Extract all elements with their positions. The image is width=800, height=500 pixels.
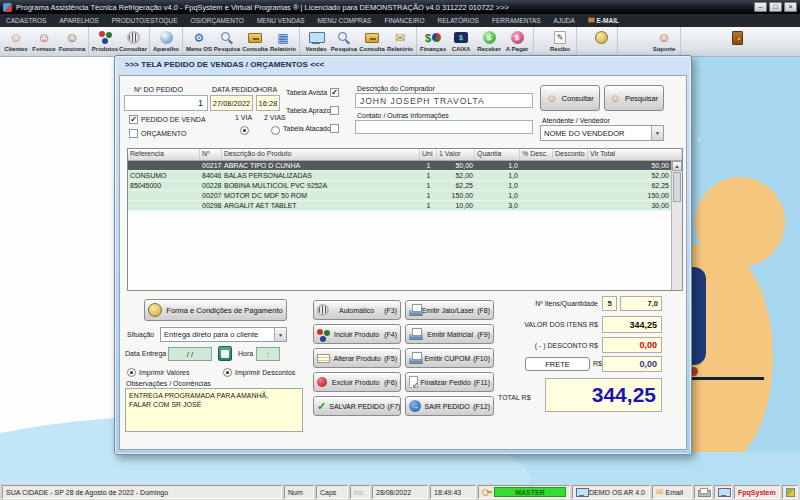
menu-email[interactable]: ✉ E-MAIL [588,17,619,25]
imprimir-descontos-radio[interactable]: Imprimir Descontos [223,368,295,377]
frete-button[interactable]: FRETE [525,357,590,371]
menu-vendas[interactable]: MENU VENDAS [257,17,305,24]
toolbar-produtos[interactable]: Produtos [91,28,119,55]
toolbar-a-pagar[interactable]: $A Pagar [503,28,531,55]
minimize-button[interactable]: – [754,2,767,12]
order-date-field[interactable]: 27/08/2022 [210,95,253,111]
buyer-input[interactable]: JOHN JOSEPH TRAVOLTA [355,93,533,108]
column-header[interactable]: 1 Valor [437,149,475,160]
tabela-atacado-checkbox[interactable]: Tabela Atacado [283,124,339,133]
finalizar-pedido-button[interactable]: Finalizar Pedido(F11) [405,372,494,392]
table-row[interactable]: 002981ARGALIT AET TABLET110,003,030,00 [128,201,682,211]
pesquisar-button[interactable]: ☺ Pesquisar [604,85,664,111]
situacao-dropdown[interactable]: Entrega direto para o cliente ▼ [160,327,287,342]
column-header[interactable]: Referencia [128,149,200,160]
menu-cadastros[interactable]: CADASTROS [6,17,46,24]
menu-compras[interactable]: MENU COMPRAS [318,17,372,24]
toolbar-recibo[interactable]: ✎Recibo [546,28,574,55]
automatico-button[interactable]: Automático(F3) [313,300,401,320]
toolbar-group-recibo: ✎Recibo [544,27,577,56]
column-header[interactable]: Quantia [475,149,520,160]
tabela-aprazo-checkbox[interactable]: Tabela Aprazo [286,106,339,115]
toolbar-consulta-vendas[interactable]: Consulta [358,28,386,55]
column-header[interactable]: Uni [420,149,437,160]
receivable-icon: $ [483,31,496,44]
table-row[interactable]: 85045000002287BOBINA MULTICOIL PVC 9252A… [128,181,682,191]
frete-field[interactable]: 0,00 [602,356,662,372]
orcamento-checkbox[interactable]: ORÇAMENTO [129,129,186,138]
menu-financeiro[interactable]: FINANCEIRO [384,17,424,24]
menu-ajuda[interactable]: AJUDA [554,17,575,24]
scroll-up-icon[interactable]: ▲ [672,161,682,171]
toolbar-relatorio-vendas[interactable]: ✉Relatório [386,28,414,55]
consultar-button[interactable]: ☺ Consultar [540,85,600,111]
order-time-field[interactable]: 16:28 [256,95,280,111]
via1-radio[interactable] [240,126,249,135]
table-row-selected[interactable]: 002174ABRAC TIPO D CUNHA150,001,050,00 [128,161,682,171]
alterar-produto-button[interactable]: Alterar Produto(F5) [313,348,401,368]
sair-pedido-button[interactable]: →SAIR PEDIDO(F12) [405,396,494,416]
toolbar-relatorio-os[interactable]: ▦Relatório [269,28,297,55]
observacoes-textarea[interactable]: ENTREGA PROGRAMADA PARA AMANHÃ, FALAR CO… [125,388,303,432]
checkbox-unchecked [330,124,339,133]
toolbar-consultar-produto[interactable]: Consultar [119,28,147,55]
vendor-dropdown[interactable]: NOME DO VENDEDOR ▼ [540,125,664,141]
incluir-produto-button[interactable]: Incluir Produto(F4) [313,324,401,344]
toolbar-aparelho[interactable]: Aparelho [152,28,180,55]
tabela-avista-checkbox[interactable]: Tabela Avista ✓ [286,88,339,97]
status-email-button[interactable]: ✉ Email [652,485,692,499]
column-header[interactable]: Desconto [553,149,588,160]
menu-relatorios[interactable]: RELATÓRIOS [438,17,479,24]
salvar-pedido-button[interactable]: ✓SALVAR PEDIDO(F7) [313,396,401,416]
toolbar-caixa[interactable]: $CAIXA [447,28,475,55]
toolbar-fornecedores[interactable]: ☺Fornece [30,28,58,55]
close-button[interactable]: × [784,2,797,12]
menu-os-orcamento[interactable]: OS/ORÇAMENTO [191,17,244,24]
table-row[interactable]: CONSUMO840467BALAS PERSONALIZADAS152,001… [128,171,682,181]
table-row[interactable]: 002073MOTOR DC MDF 50 ROM1150,001,0150,0… [128,191,682,201]
toolbar-group-cadastros: ☺Clientes ☺Fornece ☺Funciona [0,27,89,56]
table-scrollbar[interactable]: ▲ [671,161,682,290]
restore-button[interactable]: □ [769,2,782,12]
pedido-venda-checkbox[interactable]: ✓ PEDIDO DE VENDA [129,115,206,124]
toolbar-pesquisa-vendas[interactable]: Pesquisa [330,28,358,55]
emitir-cupom-button[interactable]: Emitir CUPOM(F10) [405,348,494,368]
via2-radio[interactable] [271,126,280,135]
toolbar-moeda[interactable] [587,28,615,55]
pie-chart-icon [432,33,441,42]
menu-ferramentas[interactable]: FERRAMENTAS [492,17,541,24]
toolbar-pesquisa-os[interactable]: Pesquisa [213,28,241,55]
email-icon: ✉ [656,487,664,497]
order-number-field[interactable]: 1 [124,95,208,111]
toolbar-clientes[interactable]: ☺Clientes [2,28,30,55]
column-header[interactable]: Descrição do Produto [222,149,420,160]
toolbar-funcionarios[interactable]: ☺Funciona [58,28,86,55]
status-computer[interactable] [714,485,732,499]
payment-conditions-button[interactable]: Forma e Condições de Pagamento [144,299,287,321]
dialog-client-area: Nº DO PEDIDO 1 DATA PEDIDO 27/08/2022 HO… [119,75,687,450]
excluir-produto-button[interactable]: Excluir Produto(F6) [313,372,401,392]
menu-aparelhos[interactable]: APARELHOS [59,17,98,24]
toolbar-financas[interactable]: $Finanças [419,28,447,55]
imprimir-valores-radio[interactable]: Imprimir Valores [127,368,189,377]
toolbar-vendas[interactable]: Vendas [302,28,330,55]
calendar-button[interactable] [218,346,232,361]
toolbar-receber[interactable]: $Receber [475,28,503,55]
toolbar-menu-os[interactable]: ⚙Menu OS [185,28,213,55]
column-header[interactable]: Nº [200,149,222,160]
radio-selected [223,368,232,377]
menu-produto-estoque[interactable]: PRODUTO/ESTOQUE [112,17,178,24]
order-time-label: HORA [257,86,277,93]
toolbar-consulta-os[interactable]: Consulta [241,28,269,55]
device-icon [160,31,173,44]
column-header[interactable]: % Desc. [520,149,553,160]
hora-entrega-field[interactable]: : [256,347,280,361]
data-entrega-field[interactable]: / / [168,347,212,361]
toolbar-sair[interactable] [723,28,751,55]
column-header[interactable]: Vlr Total [588,149,682,160]
toolbar-suporte[interactable]: ☺Suporte [650,28,678,55]
contact-input[interactable] [355,120,533,134]
scrollbar-thumb[interactable] [673,172,681,202]
desconto-field[interactable]: 0,00 [602,337,662,353]
status-printer[interactable] [694,485,712,499]
